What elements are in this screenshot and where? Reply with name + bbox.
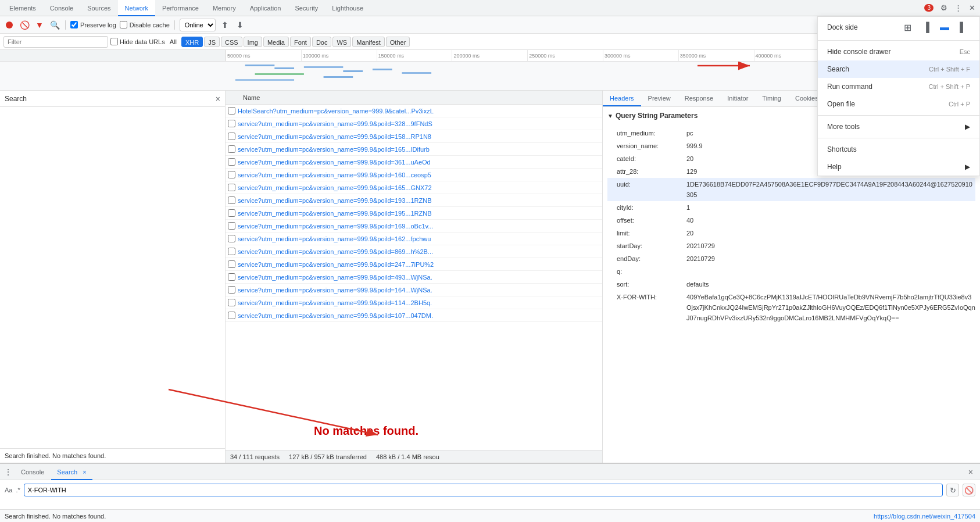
request-row[interactable]: service?utm_medium=pc&version_name=999.9… (226, 143, 602, 156)
request-row[interactable]: service?utm_medium=pc&version_name=999.9… (226, 207, 602, 220)
request-checkbox-9[interactable] (228, 222, 235, 230)
request-row[interactable]: service?utm_medium=pc&version_name=999.9… (226, 181, 602, 194)
tab-sources[interactable]: Sources (80, 0, 117, 16)
detail-tab-timing[interactable]: Timing (755, 91, 788, 106)
requests-list[interactable]: HotelSearch?utm_medium=pc&version_name=9… (226, 105, 602, 450)
request-checkbox-4[interactable] (228, 158, 235, 166)
tab-application[interactable]: Application (243, 0, 288, 16)
request-checkbox-0[interactable] (228, 107, 235, 115)
search-panel-close[interactable]: × (216, 94, 220, 103)
request-row[interactable]: service?utm_medium=pc&version_name=999.9… (226, 284, 602, 296)
request-checkbox-16[interactable] (228, 312, 235, 319)
request-checkbox-12[interactable] (228, 260, 235, 268)
tab-performance[interactable]: Performance (155, 0, 206, 16)
dock-icon-detach[interactable]: ⊞ (900, 20, 914, 34)
drawer-menu-icon[interactable]: ⋮ (2, 466, 14, 478)
request-row[interactable]: service?utm_medium=pc&version_name=999.9… (226, 271, 602, 284)
filter-all[interactable]: All (167, 38, 179, 45)
drawer-search-input[interactable] (24, 484, 943, 496)
request-row[interactable]: service?utm_medium=pc&version_name=999.9… (226, 245, 602, 258)
request-row[interactable]: HotelSearch?utm_medium=pc&version_name=9… (226, 105, 602, 117)
dropdown-search[interactable]: Search Ctrl + Shift + F (818, 60, 979, 78)
network-throttle-select[interactable]: Online (180, 19, 216, 31)
tab-elements[interactable]: Elements (2, 0, 43, 16)
detail-tab-preview[interactable]: Preview (641, 91, 678, 106)
clear-button[interactable]: 🚫 (19, 19, 30, 31)
hide-data-urls-label[interactable]: Hide data URLs (110, 38, 165, 45)
tab-memory[interactable]: Memory (206, 0, 243, 16)
dropdown-hide-console[interactable]: Hide console drawer Esc (818, 43, 979, 60)
import-button[interactable]: ⬆ (219, 19, 231, 31)
request-checkbox-13[interactable] (228, 273, 235, 281)
hide-data-urls-checkbox[interactable] (110, 38, 118, 45)
tab-security[interactable]: Security (288, 0, 325, 16)
search-button[interactable]: 🔍 (49, 19, 60, 31)
request-row[interactable]: service?utm_medium=pc&version_name=999.9… (226, 169, 602, 181)
drawer-refresh-icon[interactable]: ↻ (946, 484, 959, 496)
request-row[interactable]: service?utm_medium=pc&version_name=999.9… (226, 296, 602, 309)
drawer-aa[interactable]: Aa (5, 487, 12, 494)
drawer-tab-console[interactable]: Console (15, 464, 50, 480)
filter-type-img[interactable]: Img (244, 37, 262, 47)
request-checkbox-7[interactable] (228, 196, 235, 204)
filter-type-other[interactable]: Other (386, 37, 410, 47)
dropdown-more-tools[interactable]: More tools ▶ (818, 118, 979, 135)
filter-type-xhr[interactable]: XHR (181, 37, 203, 47)
filter-type-js[interactable]: JS (204, 37, 220, 47)
tab-lighthouse[interactable]: Lighthouse (325, 0, 370, 16)
request-checkbox-1[interactable] (228, 120, 235, 127)
request-checkbox-14[interactable] (228, 286, 235, 294)
dropdown-help[interactable]: Help ▶ (818, 158, 979, 176)
more-options-icon[interactable]: ⋮ (952, 2, 964, 14)
record-button[interactable] (3, 19, 15, 31)
detail-tab-response[interactable]: Response (678, 91, 721, 106)
request-row[interactable]: service?utm_medium=pc&version_name=999.9… (226, 194, 602, 207)
request-row[interactable]: service?utm_medium=pc&version_name=999.9… (226, 156, 602, 169)
filter-type-font[interactable]: Font (290, 37, 311, 47)
filter-type-css[interactable]: CSS (221, 37, 242, 47)
filter-input[interactable] (3, 36, 108, 48)
dock-icon-right[interactable]: ▌ (956, 20, 970, 34)
drawer-search-close[interactable]: × (83, 469, 86, 475)
drawer-close[interactable]: × (968, 464, 978, 480)
request-row[interactable]: service?utm_medium=pc&version_name=999.9… (226, 258, 602, 271)
request-checkbox-3[interactable] (228, 145, 235, 153)
request-row[interactable]: service?utm_medium=pc&version_name=999.9… (226, 309, 602, 322)
drawer-regex[interactable]: .* (16, 487, 20, 494)
filter-button[interactable]: ▼ (34, 19, 45, 31)
filter-type-media[interactable]: Media (263, 37, 289, 47)
tab-network[interactable]: Network (118, 0, 155, 16)
request-checkbox-11[interactable] (228, 248, 235, 255)
request-row[interactable]: service?utm_medium=pc&version_name=999.9… (226, 220, 602, 233)
request-checkbox-2[interactable] (228, 133, 235, 140)
export-button[interactable]: ⬇ (234, 19, 246, 31)
dropdown-run-command[interactable]: Run command Ctrl + Shift + P (818, 78, 979, 95)
detail-tab-initiator[interactable]: Initiator (720, 91, 755, 106)
close-devtools-icon[interactable]: ✕ (966, 2, 978, 14)
detail-tab-headers[interactable]: Headers (603, 91, 641, 106)
filter-type-ws[interactable]: WS (332, 37, 351, 47)
dropdown-open-file[interactable]: Open file Ctrl + P (818, 95, 979, 113)
disable-cache-checkbox[interactable] (120, 21, 127, 28)
request-checkbox-6[interactable] (228, 184, 235, 191)
dock-icon-left[interactable]: ▐ (919, 20, 933, 34)
filter-type-doc[interactable]: Doc (312, 37, 332, 47)
preserve-log-label[interactable]: Preserve log (70, 21, 116, 28)
request-checkbox-5[interactable] (228, 171, 235, 178)
settings-icon[interactable]: ⚙ (938, 2, 950, 14)
disable-cache-label[interactable]: Disable cache (120, 21, 170, 28)
dock-icon-bottom[interactable]: ▬ (938, 20, 952, 34)
drawer-clear-search-icon[interactable]: 🚫 (963, 484, 975, 496)
request-row[interactable]: service?utm_medium=pc&version_name=999.9… (226, 130, 602, 143)
request-row[interactable]: service?utm_medium=pc&version_name=999.9… (226, 117, 602, 130)
request-checkbox-10[interactable] (228, 235, 235, 242)
param-key-8: startDay: (617, 241, 686, 251)
preserve-log-checkbox[interactable] (70, 21, 78, 28)
request-checkbox-8[interactable] (228, 209, 235, 217)
tab-console[interactable]: Console (43, 0, 80, 16)
dropdown-shortcuts[interactable]: Shortcuts (818, 141, 979, 158)
request-checkbox-15[interactable] (228, 299, 235, 306)
request-row[interactable]: service?utm_medium=pc&version_name=999.9… (226, 233, 602, 245)
filter-type-manifest[interactable]: Manifest (352, 37, 385, 47)
drawer-tab-search[interactable]: Search × (51, 464, 92, 480)
